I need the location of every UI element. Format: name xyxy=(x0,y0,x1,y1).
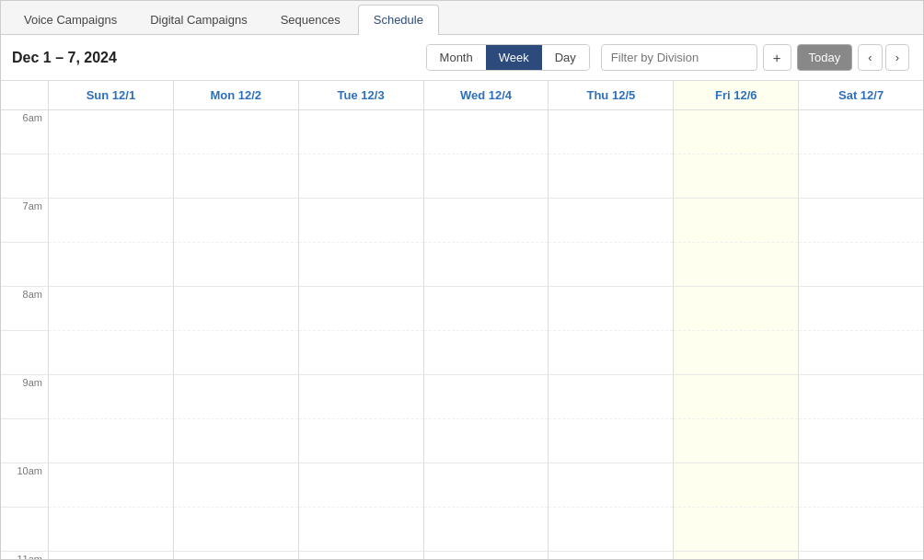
cell-wed-6[interactable] xyxy=(424,375,549,419)
cell-sun-9[interactable] xyxy=(49,508,173,552)
cell-sat-9[interactable] xyxy=(799,508,923,552)
cell-mon-8[interactable] xyxy=(174,463,298,508)
cell-tue-10[interactable] xyxy=(299,552,423,559)
tab-sequences[interactable]: Sequences xyxy=(265,5,356,34)
cell-mon-6[interactable] xyxy=(174,375,298,419)
cell-tue-9[interactable] xyxy=(299,508,423,552)
day-header-mon: Mon 12/2 xyxy=(174,81,299,109)
cell-tue-8[interactable] xyxy=(299,463,423,508)
cell-fri-6[interactable] xyxy=(674,375,798,419)
cell-sat-3[interactable] xyxy=(799,243,923,287)
cell-tue-5[interactable] xyxy=(299,331,423,375)
view-month-button[interactable]: Month xyxy=(427,45,486,70)
cell-tue-7[interactable] xyxy=(299,419,423,463)
cell-sun-7[interactable] xyxy=(49,419,173,463)
cell-thu-9[interactable] xyxy=(549,508,673,552)
cell-thu-6[interactable] xyxy=(549,375,673,419)
time-column: 6am 7am 8am 9am 10am 11am 12pm 1pm 2pm 3… xyxy=(1,110,49,559)
cell-fri-3[interactable] xyxy=(674,243,798,287)
today-button[interactable]: Today xyxy=(797,44,853,71)
filter-by-division-input[interactable] xyxy=(601,44,757,71)
cell-sun-8[interactable] xyxy=(49,463,173,508)
date-range: Dec 1 – 7, 2024 xyxy=(12,50,426,66)
cell-wed-1[interactable] xyxy=(424,154,549,199)
cell-mon-2[interactable] xyxy=(174,199,298,243)
tab-schedule[interactable]: Schedule xyxy=(358,5,439,35)
cell-tue-3[interactable] xyxy=(299,243,423,287)
cell-thu-4[interactable] xyxy=(549,287,673,331)
time-8am: 8am xyxy=(1,287,48,331)
cell-fri-5[interactable] xyxy=(674,331,798,375)
cell-fri-9[interactable] xyxy=(674,508,798,552)
view-day-button[interactable]: Day xyxy=(542,45,589,70)
cell-wed-7[interactable] xyxy=(424,419,549,463)
cell-tue-0[interactable] xyxy=(299,110,423,154)
cell-wed-9[interactable] xyxy=(424,508,549,552)
cell-thu-2[interactable] xyxy=(549,199,673,243)
cell-thu-8[interactable] xyxy=(549,463,673,508)
cell-wed-5[interactable] xyxy=(424,331,549,375)
cell-sun-10[interactable] xyxy=(49,552,173,559)
cell-fri-0[interactable] xyxy=(674,110,798,154)
cell-fri-8[interactable] xyxy=(674,463,798,508)
cell-sun-2[interactable] xyxy=(49,199,173,243)
cell-sun-6[interactable] xyxy=(49,375,173,419)
calendar-body[interactable]: 6am 7am 8am 9am 10am 11am 12pm 1pm 2pm 3… xyxy=(1,110,923,559)
cell-wed-0[interactable] xyxy=(424,110,549,154)
cell-wed-2[interactable] xyxy=(424,199,549,243)
cell-thu-7[interactable] xyxy=(549,419,673,463)
cell-wed-3[interactable] xyxy=(424,243,549,287)
cell-sat-8[interactable] xyxy=(799,463,923,508)
nav-next-button[interactable]: › xyxy=(885,44,909,71)
cell-wed-4[interactable] xyxy=(424,287,549,331)
cell-mon-1[interactable] xyxy=(174,154,298,199)
cell-mon-10[interactable] xyxy=(174,552,298,559)
app-container: Voice Campaigns Digital Campaigns Sequen… xyxy=(0,0,924,560)
nav-prev-button[interactable]: ‹ xyxy=(858,44,882,71)
cell-fri-10[interactable] xyxy=(674,552,798,559)
cell-thu-10[interactable] xyxy=(549,552,673,559)
cell-mon-9[interactable] xyxy=(174,508,298,552)
cell-tue-6[interactable] xyxy=(299,375,423,419)
cell-sat-6[interactable] xyxy=(799,375,923,419)
cell-mon-3[interactable] xyxy=(174,243,298,287)
cell-tue-2[interactable] xyxy=(299,199,423,243)
cell-thu-1[interactable] xyxy=(549,154,673,199)
cell-thu-3[interactable] xyxy=(549,243,673,287)
cell-sat-7[interactable] xyxy=(799,419,923,463)
view-week-button[interactable]: Week xyxy=(486,45,542,70)
day-col-tue xyxy=(299,110,424,559)
time-7am-half xyxy=(1,243,48,287)
cell-fri-1[interactable] xyxy=(674,154,798,199)
cell-mon-0[interactable] xyxy=(174,110,298,154)
cell-fri-7[interactable] xyxy=(674,419,798,463)
cell-wed-8[interactable] xyxy=(424,463,549,508)
tab-digital-campaigns[interactable]: Digital Campaigns xyxy=(134,5,263,34)
time-8am-half xyxy=(1,331,48,375)
cell-sat-5[interactable] xyxy=(799,331,923,375)
time-9am-half xyxy=(1,419,48,463)
cell-sun-5[interactable] xyxy=(49,331,173,375)
time-10am-half xyxy=(1,508,48,552)
cell-thu-0[interactable] xyxy=(549,110,673,154)
cell-wed-10[interactable] xyxy=(424,552,549,559)
cell-mon-4[interactable] xyxy=(174,287,298,331)
cell-sun-1[interactable] xyxy=(49,154,173,199)
cell-sun-0[interactable] xyxy=(49,110,173,154)
cell-sat-0[interactable] xyxy=(799,110,923,154)
cell-sat-4[interactable] xyxy=(799,287,923,331)
cell-tue-4[interactable] xyxy=(299,287,423,331)
cell-sat-1[interactable] xyxy=(799,154,923,199)
cell-tue-1[interactable] xyxy=(299,154,423,199)
cell-mon-5[interactable] xyxy=(174,331,298,375)
cell-fri-4[interactable] xyxy=(674,287,798,331)
cell-thu-5[interactable] xyxy=(549,331,673,375)
add-button[interactable]: + xyxy=(763,44,791,71)
cell-sat-10[interactable] xyxy=(799,552,923,559)
cell-sat-2[interactable] xyxy=(799,199,923,243)
tab-voice-campaigns[interactable]: Voice Campaigns xyxy=(8,5,133,34)
cell-mon-7[interactable] xyxy=(174,419,298,463)
cell-sun-3[interactable] xyxy=(49,243,173,287)
cell-sun-4[interactable] xyxy=(49,287,173,331)
cell-fri-2[interactable] xyxy=(674,199,798,243)
